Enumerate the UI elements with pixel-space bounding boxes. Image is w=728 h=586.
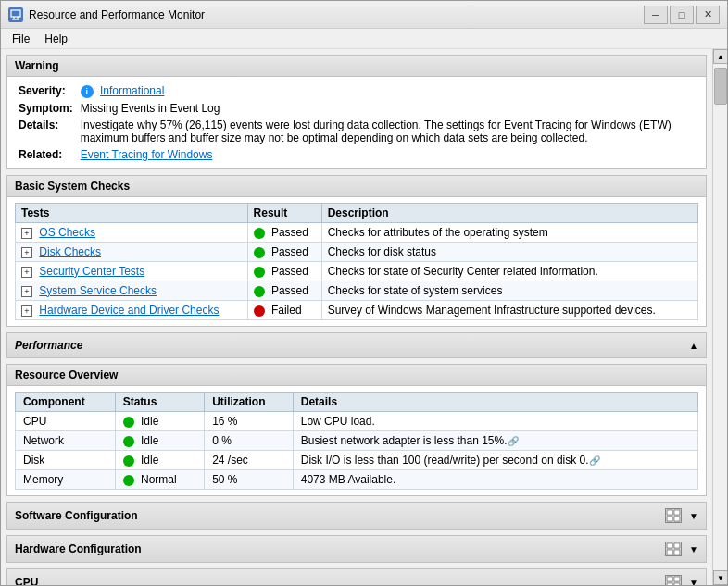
check-row: + System Service Checks Passed Checks fo… (16, 281, 698, 300)
maximize-button[interactable]: □ (670, 6, 694, 24)
cpu-header[interactable]: CPU (7, 569, 706, 585)
hardware-config-grid-icon[interactable] (665, 542, 682, 556)
res-status-dot (123, 417, 134, 428)
basic-checks-header: Basic System Checks (7, 176, 706, 197)
expand-icon[interactable]: + (21, 228, 32, 239)
checks-header-row: Tests Result Description (16, 203, 698, 222)
status-dot (254, 247, 265, 258)
check-test-link[interactable]: OS Checks (39, 226, 95, 239)
svg-rect-4 (667, 510, 672, 515)
res-status-text: Normal (141, 473, 177, 486)
resource-overview-content: Component Status Utilization Details CPU… (7, 386, 706, 495)
window-controls: ─ □ ✕ (644, 6, 720, 24)
main-window: Resource and Performance Monitor ─ □ ✕ F… (0, 0, 728, 586)
svg-rect-9 (674, 543, 680, 548)
status-dot (254, 267, 265, 278)
check-result-text: Passed (271, 265, 308, 278)
info-icon: i (81, 85, 94, 98)
svg-rect-10 (667, 550, 672, 555)
warning-content: Severity: i Informational Symptom: Missi… (7, 77, 706, 168)
scroll-track[interactable] (713, 64, 727, 570)
check-test-link[interactable]: System Service Checks (39, 284, 157, 297)
severity-row: Severity: i Informational (15, 82, 698, 100)
check-row: + Hardware Device and Driver Checks Fail… (16, 300, 698, 319)
res-col-details: Details (293, 392, 697, 411)
scrollbar[interactable]: ▲ ▼ (712, 49, 727, 585)
details-label: Details: (15, 117, 77, 146)
check-result: Failed (247, 300, 321, 319)
main-wrapper: Warning Severity: i Informational Sympto… (1, 49, 727, 585)
scroll-down-button[interactable]: ▼ (713, 570, 727, 585)
expand-icon[interactable]: + (21, 305, 32, 317)
res-details: Busiest network adapter is less than 15%… (293, 430, 697, 450)
svg-rect-8 (667, 543, 672, 548)
check-test: + Security Center Tests (16, 261, 248, 281)
res-status-dot (123, 455, 134, 467)
title-bar: Resource and Performance Monitor ─ □ ✕ (1, 1, 727, 29)
check-row: + OS Checks Passed Checks for attributes… (16, 222, 698, 242)
software-config-header[interactable]: Software Configuration (7, 503, 706, 529)
software-config-chevron (689, 509, 698, 522)
res-status-text: Idle (141, 434, 158, 447)
cpu-grid-icon[interactable] (665, 575, 682, 585)
menu-file[interactable]: File (5, 31, 37, 47)
res-details: 4073 MB Available. (293, 469, 697, 489)
menu-help[interactable]: Help (37, 31, 75, 47)
performance-header[interactable]: Performance (7, 333, 706, 357)
related-link[interactable]: Event Tracing for Windows (81, 148, 213, 161)
software-config-controls (665, 508, 698, 523)
scroll-thumb[interactable] (714, 68, 727, 105)
res-status: Idle (115, 411, 205, 430)
resource-row: Network Idle 0 % Busiest network adapter… (16, 430, 698, 450)
res-component: Network (16, 430, 116, 450)
close-button[interactable]: ✕ (696, 6, 720, 24)
resource-header-row: Component Status Utilization Details (16, 392, 698, 411)
check-result: Passed (247, 261, 321, 281)
svg-rect-7 (674, 517, 680, 521)
warning-header: Warning (7, 56, 706, 77)
check-test: + System Service Checks (16, 281, 248, 300)
warning-title: Warning (15, 59, 59, 72)
res-component: Memory (16, 469, 116, 489)
check-test-link[interactable]: Disk Checks (39, 245, 101, 258)
res-status-text: Idle (141, 415, 158, 428)
expand-icon[interactable]: + (21, 286, 32, 297)
check-description: Checks for attributes of the operating s… (321, 222, 697, 242)
expand-icon[interactable]: + (21, 247, 32, 258)
svg-rect-15 (674, 583, 680, 585)
minimize-button[interactable]: ─ (644, 6, 668, 24)
software-config-section: Software Configuration (6, 502, 707, 530)
check-test-link[interactable]: Security Center Tests (39, 265, 144, 278)
col-tests: Tests (16, 203, 248, 222)
res-component: Disk (16, 450, 116, 469)
res-status: Idle (115, 450, 205, 469)
performance-chevron (689, 339, 698, 352)
app-icon (8, 7, 23, 22)
basic-checks-section: Basic System Checks Tests Result Descrip… (6, 175, 707, 327)
cpu-chevron (689, 576, 698, 585)
svg-rect-0 (11, 10, 20, 17)
res-utilization: 24 /sec (205, 450, 294, 469)
resource-row: Disk Idle 24 /sec Disk I/O is less than … (16, 450, 698, 469)
check-test-link[interactable]: Hardware Device and Driver Checks (39, 304, 219, 317)
scroll-up-button[interactable]: ▲ (713, 49, 727, 64)
expand-icon[interactable]: + (21, 267, 32, 278)
content-area[interactable]: Warning Severity: i Informational Sympto… (1, 49, 712, 585)
check-result-text: Passed (271, 284, 308, 297)
hardware-config-header[interactable]: Hardware Configuration (7, 536, 706, 562)
symptom-row: Symptom: Missing Events in Event Log (15, 100, 698, 117)
check-result-text: Passed (271, 245, 308, 258)
software-config-title: Software Configuration (15, 509, 138, 522)
hardware-config-chevron (689, 542, 698, 555)
check-result-text: Failed (271, 304, 302, 317)
svg-rect-6 (667, 517, 672, 521)
check-description: Checks for state of system services (321, 281, 697, 300)
res-status-dot (123, 475, 134, 486)
hardware-config-controls (665, 542, 698, 556)
resource-row: Memory Normal 50 % 4073 MB Available. (16, 469, 698, 489)
res-col-utilization: Utilization (205, 392, 294, 411)
software-config-grid-icon[interactable] (665, 508, 682, 523)
res-status-text: Idle (141, 454, 158, 467)
severity-link[interactable]: Informational (100, 84, 164, 97)
severity-label: Severity: (15, 82, 77, 100)
